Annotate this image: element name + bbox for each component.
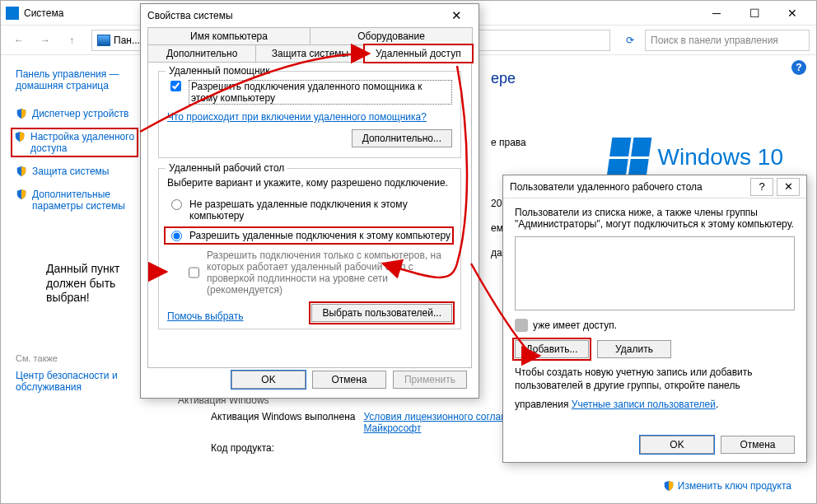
tab-hardware[interactable]: Оборудование	[310, 27, 473, 45]
minimize-button[interactable]: ─	[698, 1, 735, 26]
sidebar-item-label: Дополнительные параметры системы	[32, 189, 137, 212]
ru-titlebar: Пользователи удаленного рабочего стола ?…	[503, 175, 806, 198]
users-listbox[interactable]	[515, 236, 795, 310]
radio-deny[interactable]: Не разрешать удаленные подключения к это…	[167, 198, 452, 222]
sidebar-item-system-protection[interactable]: Защита системы	[16, 164, 137, 179]
change-key-link[interactable]: Изменить ключ продукта	[663, 480, 791, 492]
windows-logo: Windows 10	[609, 138, 783, 177]
sidebar-item-device-manager[interactable]: Диспетчер устройств	[16, 106, 137, 121]
radio-allow[interactable]: Разрешить удаленные подключения к этому …	[166, 228, 452, 243]
remote-assistance-group: Удаленный помощник Разрешить подключения…	[158, 71, 461, 158]
up-button[interactable]: ↑	[60, 29, 83, 52]
sidebar-item-remote-settings[interactable]: Настройка удаленного доступа	[12, 129, 137, 156]
sidebar-item-label: Настройка удаленного доступа	[30, 131, 135, 154]
remove-button[interactable]: Удалить	[597, 340, 671, 358]
radio-input[interactable]	[171, 231, 182, 241]
shield-icon	[16, 108, 27, 119]
windows-logo-text: Windows 10	[657, 144, 783, 170]
allow-assistance-checkbox[interactable]: Разрешить подключения удаленного помощни…	[167, 80, 452, 105]
ru-title-text: Пользователи удаленного рабочего стола	[510, 181, 703, 193]
shield-icon	[14, 131, 26, 142]
user-accounts-link[interactable]: Учетные записи пользователей	[572, 399, 716, 412]
sp-footer: OK Отмена Применить	[141, 362, 479, 398]
ok-button[interactable]: OK	[640, 436, 714, 454]
shield-icon	[663, 480, 675, 492]
sidebar-item-label: Защита системы	[32, 166, 109, 177]
close-button[interactable]: ✕	[777, 178, 800, 196]
maximize-button[interactable]: ☐	[735, 1, 773, 26]
sp-tabs: Имя компьютера Оборудование Дополнительн…	[141, 27, 479, 62]
ru-body: Пользователи из списка ниже, а также чле…	[503, 198, 806, 420]
nla-checkbox[interactable]: Разрешить подключения только с компьютер…	[185, 250, 452, 296]
checkbox-input[interactable]	[189, 252, 199, 293]
assistance-help-link[interactable]: Что происходит при включении удаленного …	[167, 111, 427, 123]
ru-desc: Пользователи из списка ниже, а также чле…	[515, 207, 795, 230]
seealso-heading: См. также	[16, 353, 137, 363]
checkbox-input[interactable]	[170, 81, 181, 91]
group-legend: Удаленный рабочий стол	[166, 162, 287, 174]
tab-remote[interactable]: Удаленный доступ	[364, 44, 473, 63]
ru-note: Чтобы создать новую учетную запись или д…	[515, 366, 795, 412]
change-key-text: Изменить ключ продукта	[678, 480, 791, 492]
user-icon	[515, 319, 528, 332]
close-button[interactable]: ✕	[441, 6, 472, 26]
shield-icon	[16, 166, 27, 177]
ok-button[interactable]: OK	[231, 371, 306, 389]
help-button[interactable]: ?	[750, 178, 773, 196]
group-legend: Удаленный помощник	[166, 65, 273, 77]
breadcrumb-text: Пан...	[114, 35, 140, 46]
apply-button[interactable]: Применить	[393, 371, 467, 389]
forward-button[interactable]: →	[34, 29, 57, 52]
already-has-access: уже имеет доступ.	[515, 319, 795, 332]
cancel-button[interactable]: Отмена	[721, 436, 795, 454]
advanced-button[interactable]: Дополнительно...	[352, 129, 452, 147]
help-choose-link[interactable]: Помочь выбрать	[167, 310, 244, 322]
remote-users-dialog: Пользователи удаленного рабочего стола ?…	[502, 175, 807, 463]
radio-input[interactable]	[171, 199, 182, 210]
close-button[interactable]: ✕	[773, 1, 811, 26]
choose-hint: Выберите вариант и укажите, кому разреше…	[167, 177, 452, 189]
page-title-tail: ере	[491, 70, 800, 87]
cp-home-link[interactable]: Панель управления — домашняя страница	[16, 68, 137, 91]
radio-label: Не разрешать удаленные подключения к это…	[189, 198, 452, 222]
sidebar-item-label: Диспетчер устройств	[32, 108, 128, 119]
computer-icon	[6, 7, 19, 20]
refresh-button[interactable]: ⟳	[619, 29, 642, 52]
sp-content: Удаленный помощник Разрешить подключения…	[147, 62, 472, 368]
sidebar-item-advanced[interactable]: Дополнительные параметры системы	[16, 187, 137, 213]
ru-footer: OK Отмена	[640, 436, 795, 454]
search-input[interactable]: Поиск в панели управления	[645, 30, 810, 51]
already-text: уже имеет доступ.	[533, 320, 617, 331]
checkbox-label: Разрешить подключения удаленного помощни…	[189, 80, 452, 105]
select-users-button[interactable]: Выбрать пользователей...	[311, 304, 452, 322]
back-button[interactable]: ←	[7, 29, 30, 52]
windows-logo-icon	[607, 138, 652, 177]
remote-desktop-group: Удаленный рабочий стол Выберите вариант …	[158, 168, 461, 329]
system-properties-dialog: Свойства системы ✕ Имя компьютера Оборуд…	[140, 3, 479, 399]
tab-protection[interactable]: Защита системы	[255, 44, 364, 63]
radio-label: Разрешить удаленные подключения к этому …	[189, 230, 451, 241]
cp-title: Система	[24, 7, 63, 19]
cancel-button[interactable]: Отмена	[312, 371, 386, 389]
shield-icon	[16, 189, 27, 200]
activation-status: Активация Windows выполнена	[211, 411, 355, 434]
monitor-icon	[97, 35, 110, 46]
add-button[interactable]: Добавить...	[515, 340, 589, 358]
tab-advanced[interactable]: Дополнительно	[147, 44, 256, 63]
sp-title-text: Свойства системы	[147, 10, 233, 21]
checkbox-label: Разрешить подключения только с компьютер…	[207, 250, 452, 296]
tab-computer-name[interactable]: Имя компьютера	[147, 27, 310, 45]
seealso-link[interactable]: Центр безопасности и обслуживания	[16, 370, 137, 393]
search-placeholder: Поиск в панели управления	[651, 35, 778, 46]
sp-titlebar: Свойства системы ✕	[141, 4, 479, 27]
